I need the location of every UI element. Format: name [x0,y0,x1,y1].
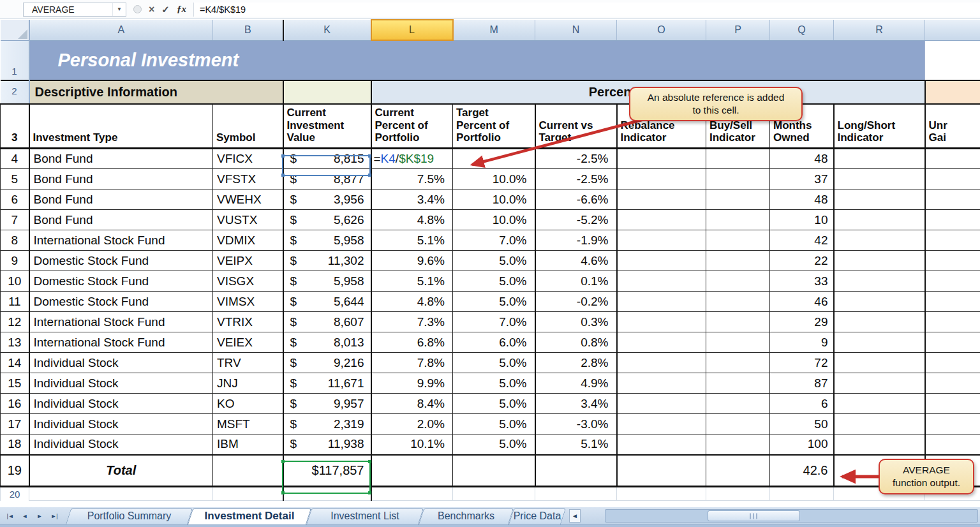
cell-S4[interactable] [925,149,980,169]
cell-N19[interactable] [535,455,617,487]
cell-Q11[interactable]: 46 [770,292,834,312]
section-header-descriptive[interactable]: Descriptive Information [29,80,283,104]
cell-R12[interactable] [834,312,925,332]
tab-nav-first-icon[interactable]: |◄ [4,510,17,523]
cell-Q20[interactable] [770,487,834,501]
cell-A11[interactable]: Domestic Stock Fund [29,292,213,312]
cell-B9[interactable]: VEIPX [213,251,283,271]
cell-O16[interactable] [617,394,706,414]
cell-L15[interactable]: 9.9% [371,373,453,394]
cell-M15[interactable]: 5.0% [453,373,535,394]
cell-B11[interactable]: VIMSX [213,292,283,312]
cell-S16[interactable] [925,394,980,414]
cell-K16[interactable]: $9,957 [283,394,371,414]
cell-L17[interactable]: 2.0% [371,414,453,434]
cell-A13[interactable]: International Stock Fund [29,332,213,353]
column-header-A[interactable]: A [29,20,213,40]
cancel-icon[interactable]: × [149,4,154,15]
cell-P18[interactable] [706,434,770,455]
sheet-title-cell[interactable]: Personal Investment [29,40,925,80]
header-current-vs-target[interactable]: Current vs Target [535,104,617,149]
header-current-investment-value[interactable]: Current Investment Value [283,104,371,149]
cell-R11[interactable] [834,292,925,312]
cell-R15[interactable] [834,373,925,394]
cell-B5[interactable]: VFSTX [213,169,283,189]
cell-A19-total-label[interactable]: Total [29,455,213,487]
row-header-1[interactable]: 1 [1,40,29,80]
cell-M5[interactable]: 10.0% [453,169,535,189]
cell-A7[interactable]: Bond Fund [29,210,213,230]
row-header-19[interactable]: 19 [1,455,29,487]
header-unrealized-gain[interactable]: UnrGai [925,104,980,149]
cell-N17[interactable]: -3.0% [535,414,617,434]
cell-K9[interactable]: $11,302 [283,251,371,271]
cell-S8[interactable] [925,230,980,251]
cell-A18[interactable]: Individual Stock [29,434,213,455]
cell-B16[interactable]: KO [213,394,283,414]
cell-P12[interactable] [706,312,770,332]
cell-Q5[interactable]: 37 [770,169,834,189]
cell-B13[interactable]: VEIEX [213,332,283,353]
horizontal-scrollbar-thumb[interactable] [708,510,800,521]
sheet-tab-portfolio-summary[interactable]: Portfolio Summary [64,507,195,524]
cell-N14[interactable]: 2.8% [535,353,617,373]
row-header-15[interactable]: 15 [1,373,29,394]
cell-O19[interactable] [617,455,706,487]
cell-L5[interactable]: 7.5% [371,169,453,189]
cell-N4[interactable]: -2.5% [535,149,617,169]
cell-O8[interactable] [617,230,706,251]
cell-N11[interactable]: -0.2% [535,292,617,312]
sheet-tab-benchmarks[interactable]: Benchmarks [417,507,516,524]
cell-Q17[interactable]: 50 [770,414,834,434]
cell-N7[interactable]: -5.2% [535,210,617,230]
cell-L19[interactable] [371,455,453,487]
cell-K18[interactable]: $11,938 [283,434,371,455]
cell-M14[interactable]: 5.0% [453,353,535,373]
cell-B12[interactable]: VTRIX [213,312,283,332]
cell-Q4[interactable]: 48 [770,149,834,169]
cell-O6[interactable] [617,189,706,210]
column-header-P[interactable]: P [706,20,770,40]
cell-O4[interactable] [617,149,706,169]
cell-P5[interactable] [706,169,770,189]
cell-N6[interactable]: -6.6% [535,189,617,210]
enter-icon[interactable]: ✓ [161,4,170,15]
cell-R4[interactable] [834,149,925,169]
cell-O14[interactable] [617,353,706,373]
column-header-L[interactable]: L [371,20,453,40]
sheet-tab-price-data[interactable]: Price Data [507,507,568,524]
cell-R5[interactable] [834,169,925,189]
cell-B6[interactable]: VWEHX [213,189,283,210]
row-header-4[interactable]: 4 [1,149,29,169]
cell-P16[interactable] [706,394,770,414]
cell-P9[interactable] [706,251,770,271]
cell-K19-total-value[interactable]: $117,857 [283,455,371,487]
cell-N13[interactable]: 0.8% [535,332,617,353]
row-header-12[interactable]: 12 [1,312,29,332]
row-header-11[interactable]: 11 [1,292,29,312]
cell-B10[interactable]: VISGX [213,271,283,292]
insert-function-icon[interactable]: ƒx [177,4,186,15]
cell-M13[interactable]: 6.0% [453,332,535,353]
cell-K13[interactable]: $8,013 [283,332,371,353]
cell-N12[interactable]: 0.3% [535,312,617,332]
cell-O18[interactable] [617,434,706,455]
cell-S6[interactable] [925,189,980,210]
cell-K2[interactable] [283,80,371,104]
cell-N15[interactable]: 4.9% [535,373,617,394]
column-header-S[interactable] [925,20,980,40]
sheet-tab-investment-list[interactable]: Investment List [304,507,426,524]
cell-A10[interactable]: Domestic Stock Fund [29,271,213,292]
cell-K11[interactable]: $5,644 [283,292,371,312]
cell-O5[interactable] [617,169,706,189]
cell-K12[interactable]: $8,607 [283,312,371,332]
cell-M10[interactable]: 5.0% [453,271,535,292]
cell-O15[interactable] [617,373,706,394]
cell-K15[interactable]: $11,671 [283,373,371,394]
cell-O12[interactable] [617,312,706,332]
cell-M20[interactable] [453,487,535,501]
cell-S9[interactable] [925,251,980,271]
cell-A6[interactable]: Bond Fund [29,189,213,210]
cell-Q13[interactable]: 9 [770,332,834,353]
header-investment-type[interactable]: Investment Type [29,104,213,149]
